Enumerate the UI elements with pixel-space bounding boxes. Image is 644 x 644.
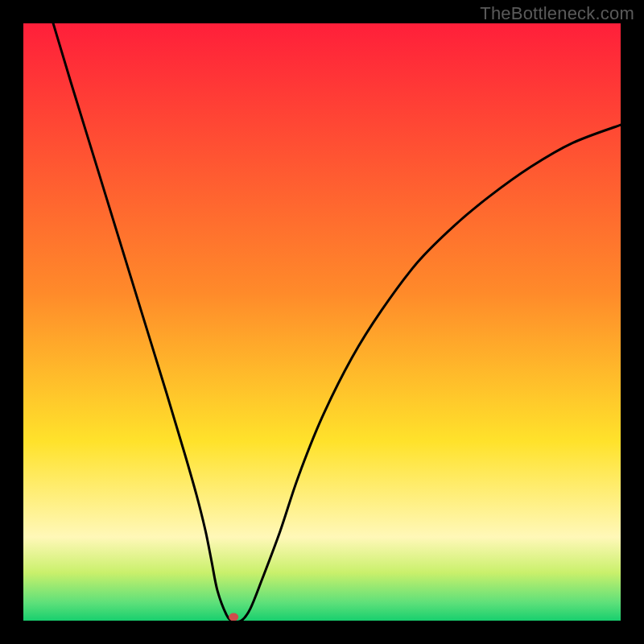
watermark-text: TheBottleneck.com <box>480 3 634 24</box>
plot-area <box>23 23 621 621</box>
chart-frame: TheBottleneck.com <box>0 0 644 644</box>
chart-svg <box>23 23 621 621</box>
gradient-background <box>23 23 621 621</box>
